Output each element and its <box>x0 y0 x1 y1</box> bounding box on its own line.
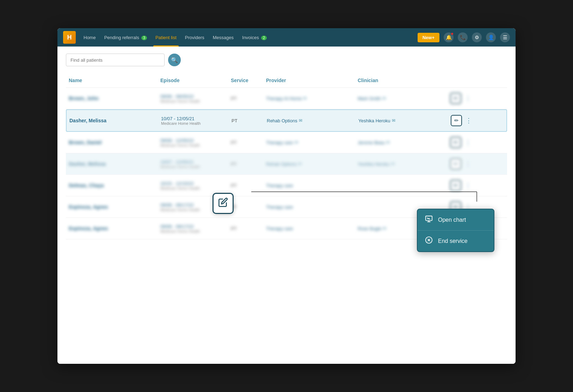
col-actions <box>446 76 475 85</box>
cell-clinician <box>355 182 446 190</box>
nav-logo[interactable]: H <box>63 31 76 44</box>
cell-service: PT <box>229 117 264 125</box>
invoices-badge: 2 <box>261 36 267 40</box>
edit-button[interactable]: ✏ <box>450 137 461 148</box>
col-provider: Provider <box>263 76 355 85</box>
cell-clinician: Yeshika Heroku ✉ <box>356 117 447 125</box>
context-menu: Open chart End service <box>417 209 494 252</box>
clinician-mail-icon: ✉ <box>392 118 395 123</box>
cell-actions: ✏ ⋮ <box>446 157 475 171</box>
table-row: Delmas, Chaya 10/15 - 12/15/22 Medicare … <box>66 175 507 196</box>
table-header: Name Episode Service Provider Clinician <box>66 73 507 88</box>
nav-item-providers[interactable]: Providers <box>183 33 207 42</box>
col-service: Service <box>228 76 263 85</box>
search-bar: 🔍 <box>66 54 507 66</box>
user-avatar[interactable]: 👤 <box>486 32 496 42</box>
cell-name: Espinoza, Agnes <box>66 203 158 211</box>
nav-item-messages[interactable]: Messages <box>211 33 236 42</box>
main-content: 🔍 Name Episode Service Provider Clinicia… <box>57 47 516 364</box>
open-chart-label: Open chart <box>438 217 466 223</box>
cell-provider: Therapy care <box>263 203 355 211</box>
cell-actions: ✏ ⋮ <box>446 178 475 192</box>
clinician-mail-icon: ✉ <box>383 226 386 231</box>
table-row: Brown, Daniel 09/08 - 12/05/22 Medicare … <box>66 132 507 153</box>
clinician-mail-icon: ✉ <box>386 140 390 145</box>
cell-episode: 09/08 - 09/17/22 Medicare Home Health <box>158 222 228 235</box>
notifications-icon[interactable]: 🔔 <box>444 32 454 42</box>
cell-episode: 10/15 - 12/15/22 Medicare Home Health <box>158 179 228 192</box>
col-episode: Episode <box>158 76 228 85</box>
more-button[interactable]: ⋮ <box>464 138 472 147</box>
cell-clinician: Mark Smith ✉ <box>355 94 446 103</box>
nav-item-patients[interactable]: Patient list <box>153 33 179 42</box>
more-button[interactable]: ⋮ <box>464 159 472 169</box>
edit-button[interactable]: ✏ <box>450 158 461 170</box>
search-button[interactable]: 🔍 <box>168 54 181 66</box>
cell-service: PT <box>228 160 263 168</box>
search-input[interactable] <box>66 54 165 66</box>
new-button[interactable]: New+ <box>418 33 439 42</box>
end-service-menu-item[interactable]: End service <box>418 231 494 251</box>
more-button-highlighted[interactable]: ⋮ <box>465 116 473 125</box>
cell-provider: Therapy care <box>263 182 355 190</box>
table-row-highlighted: Dasher, Melissa 10/07 - 12/05/21 Medicar… <box>66 109 507 132</box>
logo-text: H <box>67 34 72 41</box>
cell-name: Dasher, Melissa <box>66 160 158 168</box>
edit-button[interactable]: ✏ <box>450 93 461 104</box>
provider-mail-icon: ✉ <box>299 118 302 123</box>
cell-episode: 10/07 - 12/05/21 Medicare Home Health <box>158 115 229 127</box>
open-chart-menu-item[interactable]: Open chart <box>418 209 494 231</box>
clinician-mail-icon: ✉ <box>391 161 395 166</box>
cell-episode: 10/07 - 12/05/21 Medicare Home Health <box>158 158 228 170</box>
cell-clinician: Yeshika Heroku ✉ <box>355 160 446 168</box>
cell-clinician: Jerome Beau ✉ <box>355 139 446 147</box>
notification-badge <box>451 32 454 35</box>
edit-icon-popup <box>212 193 234 214</box>
settings-icon[interactable]: ⚙ <box>472 32 482 42</box>
col-name: Name <box>66 76 158 85</box>
cell-service: PT <box>228 94 263 103</box>
more-button[interactable]: ⋮ <box>464 181 472 190</box>
edit-button-highlighted[interactable]: ✏ <box>451 115 462 126</box>
nav-right: New+ 🔔 📞 ⚙ 👤 ☰ <box>418 32 510 42</box>
app-window: H Home Pending referrals 3 Patient list … <box>57 28 516 364</box>
end-service-icon <box>425 236 433 246</box>
table-row: Brown, John 09/08 - 08/05/22 Medicare Ho… <box>66 88 507 109</box>
col-clinician: Clinician <box>355 76 446 85</box>
menu-icon[interactable]: ☰ <box>500 32 510 42</box>
nav-item-invoices[interactable]: Invoices 2 <box>240 33 269 42</box>
end-service-label: End service <box>438 238 468 244</box>
cell-provider: Rehab Options ✉ <box>263 160 355 168</box>
cell-provider: Therapy At Home ✉ <box>263 94 355 103</box>
top-nav: H Home Pending referrals 3 Patient list … <box>57 28 516 47</box>
table-row: Dasher, Melissa 10/07 - 12/05/21 Medicar… <box>66 153 507 175</box>
cell-name: Brown, Daniel <box>66 138 158 147</box>
provider-mail-icon: ✉ <box>298 161 302 166</box>
cell-name: Espinoza, Agnes <box>66 224 158 233</box>
cell-actions: ✏ ⋮ <box>447 114 475 128</box>
cell-service: PT <box>228 225 263 233</box>
cell-provider: Therapy care ✉ <box>263 139 355 147</box>
cell-provider: Rehab Options ✉ <box>264 117 356 125</box>
cell-provider: Therapy care <box>263 225 355 233</box>
clinician-mail-icon: ✉ <box>382 96 386 101</box>
cell-name: Delmas, Chaya <box>66 181 158 190</box>
cell-actions: ✏ ⋮ <box>446 91 475 105</box>
pending-badge: 3 <box>141 36 147 40</box>
provider-mail-icon: ✉ <box>303 96 307 101</box>
phone-icon[interactable]: 📞 <box>458 32 468 42</box>
edit-pencil-icon <box>218 197 228 210</box>
search-icon: 🔍 <box>171 57 178 63</box>
cell-name: Brown, John <box>66 94 158 103</box>
edit-icon: ✏ <box>454 117 459 124</box>
cell-episode: 09/08 - 08/05/22 Medicare Home Health <box>158 92 228 105</box>
provider-mail-icon: ✉ <box>295 140 298 145</box>
nav-item-home[interactable]: Home <box>81 33 98 42</box>
nav-items: Home Pending referrals 3 Patient list Pr… <box>81 33 412 42</box>
edit-button[interactable]: ✏ <box>450 180 461 191</box>
cell-name: Dasher, Melissa <box>67 116 158 125</box>
open-chart-icon <box>425 215 433 225</box>
nav-item-pending[interactable]: Pending referrals 3 <box>102 33 149 42</box>
more-button[interactable]: ⋮ <box>464 94 472 103</box>
cell-service: PT <box>228 139 263 147</box>
